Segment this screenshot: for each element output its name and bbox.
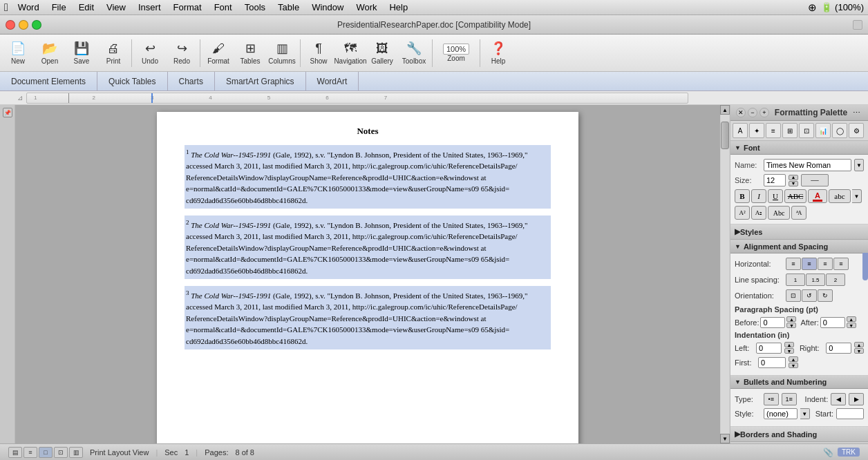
view-web-button[interactable]: ⊡: [54, 447, 68, 458]
highlight-button[interactable]: abc: [829, 189, 851, 203]
line-spacing-1-button[interactable]: 1: [786, 274, 805, 286]
before-decrement[interactable]: ▼: [786, 323, 796, 328]
view-outline-button[interactable]: ≡: [23, 447, 37, 458]
small-caps-button[interactable]: Abc: [768, 206, 790, 220]
indent-right-decrement[interactable]: ▼: [854, 348, 864, 354]
navigation-button[interactable]: 🗺 Navigation: [335, 36, 366, 70]
palette-table-icon[interactable]: ⊞: [782, 123, 798, 138]
borders-section-header[interactable]: ▶ Borders and Shading: [730, 426, 868, 442]
status-icon[interactable]: 📎: [823, 448, 833, 457]
palette-options-button[interactable]: ⋯: [853, 108, 862, 117]
save-button[interactable]: 💾 Save: [66, 36, 97, 70]
bullets-style-field[interactable]: (none): [764, 408, 798, 419]
subscript-button[interactable]: A₂: [751, 206, 766, 220]
palette-minimize-button[interactable]: −: [748, 108, 757, 117]
zoom-field[interactable]: 100% Zoom: [435, 36, 477, 70]
bold-button[interactable]: B: [735, 189, 750, 203]
close-button[interactable]: [6, 20, 15, 30]
menu-format[interactable]: Format: [168, 1, 207, 14]
scroll-thumb[interactable]: [721, 122, 729, 149]
align-right-button[interactable]: ≡: [818, 258, 833, 270]
font-size-slider[interactable]: ──: [801, 174, 829, 186]
before-field[interactable]: 0: [760, 317, 785, 328]
indent-decrease-button[interactable]: ◀: [831, 393, 846, 405]
after-increment[interactable]: ▲: [847, 316, 856, 322]
tab-charts[interactable]: Charts: [168, 72, 215, 90]
tab-smartart[interactable]: SmartArt Graphics: [215, 72, 306, 90]
maximize-button[interactable]: [32, 20, 41, 30]
menu-edit[interactable]: Edit: [73, 1, 100, 14]
palette-text-icon[interactable]: A: [733, 123, 748, 138]
orientation-horiz-button[interactable]: ⊡: [786, 289, 801, 302]
document-scrollbar[interactable]: ▲ ▼: [720, 105, 730, 443]
underline-button[interactable]: U: [768, 189, 783, 203]
orientation-vert-right-button[interactable]: ↻: [818, 289, 833, 302]
palette-format-icon[interactable]: ✦: [749, 123, 764, 138]
indent-right-increment[interactable]: ▲: [854, 342, 864, 347]
palette-image-icon[interactable]: ⊡: [799, 123, 814, 138]
align-center-button[interactable]: ≡: [802, 258, 817, 270]
print-button[interactable]: 🖨 Print: [98, 36, 129, 70]
palette-zoom-button[interactable]: +: [760, 108, 769, 117]
font-size-field[interactable]: 12: [764, 174, 786, 186]
after-decrement[interactable]: ▼: [847, 323, 856, 328]
note-icon[interactable]: 📌: [3, 108, 12, 117]
bullet-list-button[interactable]: •≡: [764, 393, 779, 405]
line-spacing-15-button[interactable]: 1.5: [806, 274, 825, 286]
redo-button[interactable]: ↪ Redo: [167, 36, 197, 70]
indent-right-field[interactable]: 0: [826, 343, 851, 354]
strikethrough-button[interactable]: ABC: [784, 189, 806, 203]
line-spacing-2-button[interactable]: 2: [826, 274, 845, 286]
menu-window[interactable]: Window: [306, 1, 349, 14]
scroll-down-button[interactable]: ▼: [720, 434, 730, 443]
view-print-button[interactable]: □: [39, 447, 53, 458]
indent-increase-button[interactable]: ▶: [849, 393, 864, 405]
window-collapse-button[interactable]: [853, 20, 862, 30]
highlight-dropdown[interactable]: ▼: [852, 189, 862, 203]
superscript-button[interactable]: A²: [735, 206, 750, 220]
indent-first-field[interactable]: 0: [758, 357, 786, 368]
palette-shape-icon[interactable]: ◯: [832, 123, 847, 138]
menu-word[interactable]: Word: [12, 1, 45, 14]
zoom-value[interactable]: 100%: [443, 44, 469, 55]
styles-section-header[interactable]: ▶ Styles: [730, 224, 868, 240]
tables-button[interactable]: ⊞ Tables: [235, 36, 265, 70]
gallery-button[interactable]: 🖼 Gallery: [367, 36, 397, 70]
menu-font[interactable]: Font: [209, 1, 238, 14]
menu-view[interactable]: View: [101, 1, 131, 14]
undo-button[interactable]: ↩ Undo: [135, 36, 165, 70]
minimize-button[interactable]: [19, 20, 28, 30]
menu-help[interactable]: Help: [384, 1, 413, 14]
help-button[interactable]: ❓ Help: [483, 36, 513, 70]
view-normal-button[interactable]: ▤: [8, 447, 22, 458]
before-increment[interactable]: ▲: [786, 316, 796, 322]
font-color-button[interactable]: A: [808, 189, 827, 203]
numbered-list-button[interactable]: 1≡: [782, 393, 797, 405]
all-caps-button[interactable]: ᴬA: [791, 206, 806, 220]
menu-table[interactable]: Table: [272, 1, 305, 14]
palette-chart-icon[interactable]: 📊: [815, 123, 831, 138]
font-name-dropdown[interactable]: ▼: [854, 159, 864, 171]
bullets-section-header[interactable]: ▼ Bullets and Numbering: [730, 375, 868, 389]
margins-section-header[interactable]: ▶ Document Margins: [730, 442, 868, 443]
apple-menu[interactable]: : [4, 1, 8, 14]
tab-document-elements[interactable]: Document Elements: [0, 72, 97, 90]
new-button[interactable]: 📄 New: [3, 36, 33, 70]
font-name-field[interactable]: Times New Roman: [764, 159, 851, 171]
style-dropdown[interactable]: ▼: [800, 408, 810, 419]
toolbox-button[interactable]: 🔧 Toolbox: [399, 36, 429, 70]
format-button[interactable]: 🖌 Format: [203, 36, 234, 70]
font-section-header[interactable]: ▼ Font: [730, 141, 868, 155]
indent-left-field[interactable]: 0: [756, 343, 782, 354]
font-size-increment[interactable]: ▲: [789, 175, 798, 180]
menu-work[interactable]: Work: [350, 1, 382, 14]
document-area[interactable]: Notes 1 The Cold War--1945-1991 (Gale, 1…: [15, 105, 720, 443]
scroll-up-button[interactable]: ▲: [720, 105, 730, 115]
columns-button[interactable]: ▥ Columns: [267, 36, 297, 70]
menu-tools[interactable]: Tools: [239, 1, 271, 14]
align-justify-button[interactable]: ≡: [833, 258, 849, 270]
orientation-vert-left-button[interactable]: ↺: [802, 289, 817, 302]
menu-file[interactable]: File: [46, 1, 72, 14]
bullets-start-field[interactable]: [836, 408, 864, 419]
tab-quick-tables[interactable]: Quick Tables: [97, 72, 167, 90]
